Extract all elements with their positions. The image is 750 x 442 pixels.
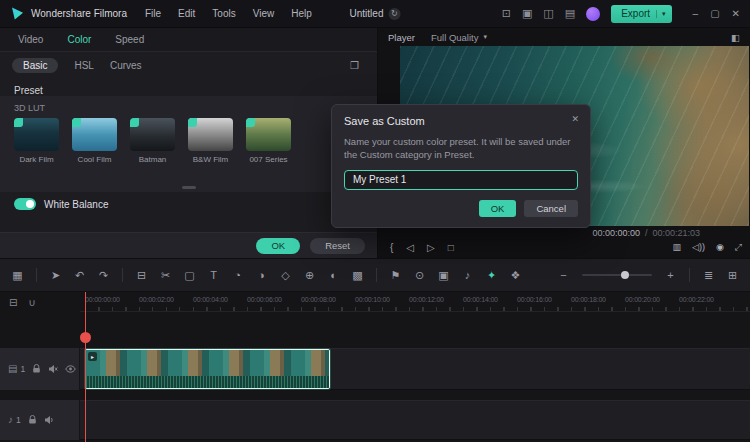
ai-tools-icon[interactable]: ✦ xyxy=(486,270,497,281)
maximize-button[interactable]: ▢ xyxy=(710,8,719,19)
menu-item-edit[interactable]: Edit xyxy=(178,8,195,19)
lock-icon[interactable] xyxy=(32,364,41,374)
menu-item-help[interactable]: Help xyxy=(291,8,312,19)
dialog-cancel-button[interactable]: Cancel xyxy=(524,200,578,217)
fit-timeline-icon[interactable]: ⊞ xyxy=(727,270,738,281)
timeline-ruler[interactable]: 00:00:00:00 00:00:02:00 00:00:04:00 00:0… xyxy=(80,292,750,312)
export-dropdown-icon[interactable]: ▾ xyxy=(656,10,666,18)
transport-controls: { ◁ ▷ □ xyxy=(390,242,454,253)
tab-speed[interactable]: Speed xyxy=(115,34,144,45)
lut-item-dark-film[interactable]: Dark Film xyxy=(14,118,59,164)
lut-thumb-007-series[interactable] xyxy=(246,118,291,151)
color-icon[interactable]: ◑ xyxy=(256,270,267,281)
lut-item-batman[interactable]: Batman xyxy=(130,118,175,164)
audio-track-header[interactable]: ♪ 1 xyxy=(0,400,80,440)
play-icon[interactable]: ▷ xyxy=(427,242,435,253)
lut-item-007-series[interactable]: 007 Series xyxy=(246,118,291,164)
lut-name: Cool Film xyxy=(72,155,117,164)
clip-media-icon: ▸ xyxy=(88,352,97,361)
white-balance-toggle[interactable] xyxy=(14,198,36,210)
ruler-timestamp: 00:00:14:00 xyxy=(463,296,498,303)
delete-icon[interactable]: ⊟ xyxy=(136,270,147,281)
keyframe-icon[interactable]: ◇ xyxy=(280,270,291,281)
media-icon[interactable]: ▦ xyxy=(12,270,23,281)
ok-button[interactable]: OK xyxy=(256,238,300,254)
avatar[interactable] xyxy=(586,7,600,21)
zoom-slider-knob[interactable] xyxy=(621,271,629,279)
zoom-out-icon[interactable]: − xyxy=(558,270,569,281)
video-track-header[interactable]: ▤ 1 xyxy=(0,348,80,390)
lut-item-bw-film[interactable]: B&W Film xyxy=(188,118,233,164)
preset-name-input[interactable] xyxy=(344,170,578,190)
sync-status-icon[interactable]: ↻ xyxy=(388,8,400,20)
snapshot-icon[interactable]: ◉ xyxy=(716,242,724,252)
audio-track-lane xyxy=(80,400,750,440)
close-icon[interactable]: ✕ xyxy=(571,114,579,124)
motion-track-icon[interactable]: ⊕ xyxy=(304,270,315,281)
export-button[interactable]: Export ▾ xyxy=(611,5,671,23)
timecode: 00:00:00:00 / 00:00:21:03 xyxy=(592,228,700,238)
playhead-handle[interactable] xyxy=(80,332,91,343)
speed-icon[interactable]: ◔ xyxy=(232,270,243,281)
prev-frame-icon[interactable]: ◁ xyxy=(406,242,414,253)
green-screen-icon[interactable]: ▩ xyxy=(352,270,363,281)
marker-icon[interactable]: ⚑ xyxy=(390,270,401,281)
lut-item-cool-film[interactable]: Cool Film xyxy=(72,118,117,164)
subtab-curves[interactable]: Curves xyxy=(110,60,142,71)
tab-video[interactable]: Video xyxy=(18,34,43,45)
minimize-button[interactable]: – xyxy=(693,8,699,19)
zoom-in-icon[interactable]: + xyxy=(665,270,676,281)
screen-record-icon[interactable]: ▣ xyxy=(522,8,532,19)
menu-item-view[interactable]: View xyxy=(253,8,275,19)
close-button[interactable]: ✕ xyxy=(732,8,740,19)
split-icon[interactable]: ✂ xyxy=(160,270,171,281)
undo-icon[interactable]: ↶ xyxy=(74,270,85,281)
lut-thumb-bw-film[interactable] xyxy=(188,118,233,151)
fullscreen-icon[interactable]: ⤢ xyxy=(735,242,742,253)
notifications-icon[interactable]: ▤ xyxy=(565,8,575,19)
timeline-clip[interactable]: ▸ xyxy=(85,349,330,389)
lut-thumb-batman[interactable] xyxy=(130,118,175,151)
visibility-icon[interactable] xyxy=(65,365,76,373)
stop-icon[interactable]: □ xyxy=(448,242,454,253)
manage-tracks-icon[interactable]: ⊟ xyxy=(9,297,17,308)
volume-icon[interactable]: ◁)) xyxy=(692,242,705,252)
crop-icon[interactable]: ▢ xyxy=(184,270,195,281)
subtab-basic[interactable]: Basic xyxy=(12,58,58,73)
quality-dropdown[interactable]: Full Quality ▾ xyxy=(431,32,487,43)
mute-icon[interactable] xyxy=(48,364,58,374)
save-preset-icon[interactable]: ❐ xyxy=(350,60,359,71)
playhead[interactable] xyxy=(85,292,86,442)
record-screen-icon[interactable]: ▣ xyxy=(438,270,449,281)
display-icon[interactable]: ▥ xyxy=(673,242,682,252)
redo-icon[interactable]: ↷ xyxy=(98,270,109,281)
compare-view-icon[interactable]: ◧ xyxy=(731,32,740,43)
snap-icon[interactable]: ∪ xyxy=(28,297,35,308)
zoom-slider[interactable] xyxy=(582,274,652,276)
tab-color[interactable]: Color xyxy=(67,34,91,45)
lock-icon[interactable] xyxy=(28,415,37,425)
lut-expander-handle[interactable] xyxy=(182,186,196,189)
pointer-icon[interactable]: ➤ xyxy=(50,270,61,281)
audio-mixer-icon[interactable]: ♪ xyxy=(462,270,473,281)
menu-item-tools[interactable]: Tools xyxy=(212,8,235,19)
mark-in-icon[interactable]: { xyxy=(390,242,393,253)
track-options-icon[interactable]: ≣ xyxy=(703,270,714,281)
mask-icon[interactable]: ◐ xyxy=(328,270,339,281)
reset-button[interactable]: Reset xyxy=(310,238,365,254)
lut-thumb-cool-film[interactable] xyxy=(72,118,117,151)
layout-icon[interactable]: ⊡ xyxy=(502,8,511,19)
volume-icon[interactable] xyxy=(44,415,54,425)
audio-track-icon: ♪ xyxy=(8,415,13,425)
window-controls: – ▢ ✕ xyxy=(693,8,740,19)
dialog-ok-button[interactable]: OK xyxy=(479,200,517,217)
clip-thumbnails xyxy=(86,350,329,376)
resources-icon[interactable]: ◫ xyxy=(543,8,553,19)
lut-thumb-dark-film[interactable] xyxy=(14,118,59,151)
voiceover-icon[interactable]: ⊙ xyxy=(414,270,425,281)
text-icon[interactable]: T xyxy=(208,270,219,281)
subtab-hsl[interactable]: HSL xyxy=(74,60,93,71)
lut-name: 007 Series xyxy=(246,155,291,164)
effects-icon[interactable]: ❖ xyxy=(510,270,521,281)
menu-item-file[interactable]: File xyxy=(145,8,161,19)
